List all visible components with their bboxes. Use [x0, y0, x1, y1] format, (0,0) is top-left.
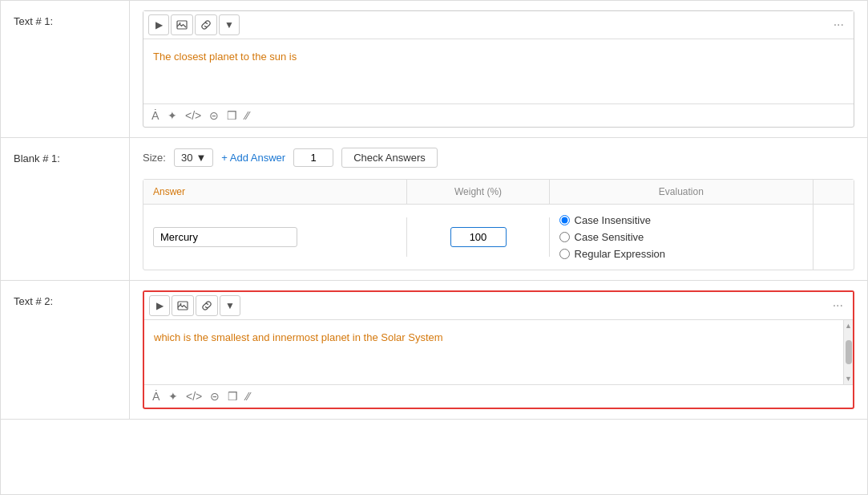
eval-option-regex[interactable]: Regular Expression	[559, 248, 803, 260]
size-label: Size:	[143, 152, 166, 164]
answer-cell	[143, 217, 407, 257]
toolbar-image-btn[interactable]	[171, 14, 193, 35]
add-answer-button[interactable]: + Add Answer	[221, 152, 285, 164]
scrollbar[interactable]: ▲ ▼	[843, 320, 853, 384]
text2-editor: ▶ ▼	[143, 290, 854, 409]
answer-table-header: Answer Weight (%) Evaluation	[143, 180, 854, 205]
eval-radio-sensitive[interactable]	[559, 232, 570, 242]
answer-table: Answer Weight (%) Evaluation	[143, 179, 854, 270]
eval-option-insensitive[interactable]: Case Insensitive	[559, 214, 803, 226]
text2-footer-icon-5[interactable]: ❒	[228, 390, 238, 403]
blank1-content: Size: 30 ▼ + Add Answer Check Answers An…	[129, 138, 867, 280]
eval-radio-insensitive[interactable]	[559, 215, 570, 225]
main-container: Text # 1: ▶	[0, 0, 868, 495]
text2-toolbar-image-btn[interactable]	[172, 295, 194, 316]
footer-icon-3[interactable]: </>	[185, 109, 201, 122]
text1-toolbar: ▶ ▼	[143, 11, 854, 39]
toolbar-more-btn[interactable]: ···	[829, 16, 849, 34]
toolbar-play-btn[interactable]: ▶	[148, 14, 169, 35]
answer-table-row: Case Insensitive Case Sensitive Regular …	[143, 205, 854, 270]
text1-row: Text # 1: ▶	[1, 1, 867, 138]
text2-row: Text # 2: ▶	[1, 281, 867, 420]
text1-content: ▶ ▼	[129, 1, 867, 137]
toolbar-dropdown-btn[interactable]: ▼	[219, 14, 240, 35]
text2-footer-icon-6[interactable]: ∕∕	[246, 390, 250, 403]
text1-body[interactable]: The closest planet to the sun is	[143, 39, 854, 103]
text2-toolbar-play-btn[interactable]: ▶	[149, 295, 170, 316]
size-select[interactable]: 30 ▼	[174, 148, 213, 167]
text2-toolbar-more-btn[interactable]: ···	[828, 297, 848, 314]
blank1-label: Blank # 1:	[1, 138, 129, 280]
eval-option-sensitive[interactable]: Case Sensitive	[559, 231, 803, 243]
footer-icon-2[interactable]: ✦	[168, 109, 177, 122]
col-header-eval: Evaluation	[550, 180, 813, 204]
blank1-row: Blank # 1: Size: 30 ▼ + Add Answer Check…	[1, 138, 867, 281]
footer-icon-5[interactable]: ❒	[227, 109, 237, 122]
actions-cell	[813, 231, 854, 244]
text1-footer: Ȧ ✦ </> ⊝ ❒ ∕∕	[143, 103, 854, 127]
blank-controls: Size: 30 ▼ + Add Answer Check Answers	[143, 148, 854, 168]
col-header-answer: Answer	[143, 180, 407, 204]
text2-label: Text # 2:	[1, 281, 129, 419]
text1-label: Text # 1:	[1, 1, 129, 137]
text2-toolbar-dropdown-btn[interactable]: ▼	[220, 295, 240, 316]
eval-radio-regex[interactable]	[559, 249, 570, 259]
footer-icon-4[interactable]: ⊝	[209, 109, 219, 122]
text1-editor: ▶ ▼	[143, 10, 854, 128]
toolbar-link-btn[interactable]	[195, 14, 217, 35]
text2-footer-icon-4[interactable]: ⊝	[210, 390, 220, 403]
chevron-down-icon: ▼	[196, 152, 206, 164]
eval-cell: Case Insensitive Case Sensitive Regular …	[550, 205, 813, 270]
text2-footer-icon-1[interactable]: Ȧ	[152, 390, 160, 403]
answer-input[interactable]	[153, 227, 297, 247]
col-header-actions	[813, 180, 854, 204]
text2-toolbar-link-btn[interactable]	[196, 295, 218, 316]
text2-footer: Ȧ ✦ </> ⊝ ❒ ∕∕	[144, 384, 853, 408]
text2-body[interactable]: which is the smallest and innermost plan…	[144, 320, 853, 384]
check-answers-button[interactable]: Check Answers	[341, 148, 438, 168]
text2-content: ▶ ▼	[129, 281, 867, 419]
answer-count-input[interactable]	[293, 148, 333, 167]
footer-icon-1[interactable]: Ȧ	[151, 109, 159, 122]
weight-cell	[407, 217, 549, 257]
text2-footer-icon-3[interactable]: </>	[186, 390, 202, 403]
footer-icon-6[interactable]: ∕∕	[245, 109, 249, 122]
col-header-weight: Weight (%)	[407, 180, 549, 204]
text2-footer-icon-2[interactable]: ✦	[168, 390, 178, 403]
weight-input[interactable]	[450, 227, 507, 247]
text2-toolbar: ▶ ▼	[144, 292, 853, 320]
